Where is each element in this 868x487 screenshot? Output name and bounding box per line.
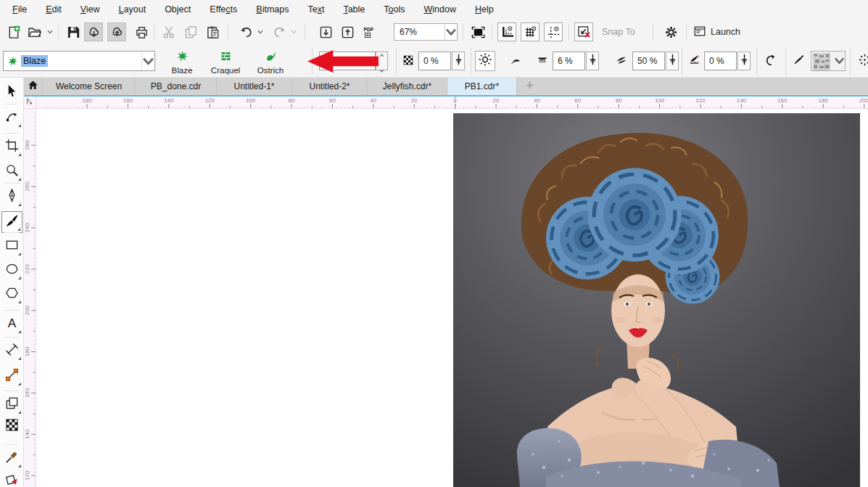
- texture-picker-dropdown[interactable]: [811, 51, 846, 71]
- zoom-level-combo[interactable]: 67%: [394, 23, 458, 41]
- transparency-slider[interactable]: [452, 52, 465, 70]
- bleed-field[interactable]: 0 %: [704, 52, 737, 70]
- text-tool-button[interactable]: A: [1, 313, 22, 335]
- preset-craquel-button[interactable]: Craquel: [204, 48, 247, 77]
- menu-object[interactable]: Object: [155, 1, 200, 17]
- toolbox-separator: [4, 183, 20, 184]
- menu-effects[interactable]: Effects: [200, 1, 247, 17]
- menu-window[interactable]: Window: [414, 1, 465, 17]
- contour-tool-button[interactable]: [1, 393, 22, 415]
- publish-pdf-button[interactable]: PDF: [360, 22, 379, 41]
- menu-label-post: iew: [86, 4, 100, 15]
- new-document-button[interactable]: [4, 22, 23, 41]
- paintbrush-tool-button[interactable]: [1, 211, 22, 233]
- bleed-slider[interactable]: [737, 52, 751, 70]
- polygon-tool-button[interactable]: [1, 283, 22, 305]
- dropdown-caret[interactable]: [289, 22, 299, 41]
- import-icon: [319, 25, 333, 39]
- export-button[interactable]: [338, 22, 357, 41]
- brush-stroke-list-combo[interactable]: Blaze: [3, 51, 155, 71]
- redo-button[interactable]: [270, 22, 289, 41]
- pen-tool-button[interactable]: [1, 186, 22, 208]
- zoom-level-value: 67%: [394, 27, 445, 37]
- ellipse-tool-button[interactable]: [1, 259, 22, 281]
- transparency-field[interactable]: 0 %: [418, 52, 451, 70]
- interactive-fill-tool-button[interactable]: [1, 470, 22, 487]
- show-grid-button[interactable]: [521, 22, 540, 41]
- tab-home[interactable]: [24, 78, 43, 95]
- menu-edit[interactable]: Edit: [36, 1, 71, 17]
- cut-icon: [162, 25, 176, 39]
- transparency-tool-icon: [5, 418, 19, 435]
- undo-icon: [239, 25, 253, 39]
- eyedropper-tool-button[interactable]: [1, 447, 22, 469]
- tab-jellyfish-cdr-[interactable]: Jellyfish.cdr*: [368, 78, 447, 95]
- show-guidelines-button[interactable]: [544, 22, 563, 41]
- import-button[interactable]: [316, 22, 335, 41]
- connector-tool-button[interactable]: [1, 365, 22, 387]
- dimension-tool-button[interactable]: [1, 340, 22, 361]
- pen-tool-icon: [5, 189, 19, 205]
- rectangle-tool-icon: [5, 238, 19, 255]
- dropdown-caret[interactable]: [45, 22, 55, 41]
- shape-tool-button[interactable]: [1, 107, 22, 128]
- spray-button[interactable]: [856, 52, 868, 70]
- canvas-page[interactable]: [36, 109, 868, 487]
- launch-dropdown[interactable]: Launch: [693, 22, 745, 41]
- preset-ostrich-button[interactable]: Ostrich: [249, 48, 292, 77]
- tab-pb-done-cdr[interactable]: PB_done.cdr: [136, 78, 217, 95]
- spinner-up-icon[interactable]: [379, 47, 384, 60]
- tab-untitled-1-[interactable]: Untitled-1*: [217, 78, 292, 95]
- open-folder-button[interactable]: [25, 22, 44, 41]
- save-button[interactable]: [64, 22, 83, 41]
- tab-pb1-cdr-[interactable]: PB1.cdr*: [447, 78, 517, 95]
- texture-picker-caret[interactable]: [834, 57, 845, 65]
- paste-button[interactable]: [203, 22, 222, 41]
- sun-button[interactable]: [475, 51, 495, 71]
- bristle-slider[interactable]: [666, 52, 679, 70]
- zoom-tool-button[interactable]: [1, 160, 22, 182]
- snap-off-button[interactable]: [574, 22, 593, 41]
- menu-table[interactable]: Table: [334, 1, 374, 17]
- zoom-caret[interactable]: [445, 24, 457, 40]
- brush-list-caret[interactable]: [141, 52, 154, 70]
- fullscreen-preview-button[interactable]: [468, 22, 487, 41]
- crop-tool-button[interactable]: [1, 136, 22, 157]
- smooth-slider[interactable]: [586, 52, 599, 70]
- undo-curve-button[interactable]: [761, 52, 780, 70]
- menu-tools[interactable]: Tools: [374, 1, 414, 17]
- vertical-ruler[interactable]: 280260240220200180160140120: [24, 109, 36, 487]
- svg-text:60: 60: [574, 97, 581, 104]
- tab-untitled-2-[interactable]: Untitled-2*: [292, 78, 368, 95]
- photo-object[interactable]: [453, 113, 860, 487]
- tab-welcome-screen[interactable]: Welcome Screen: [43, 78, 136, 95]
- smooth-field[interactable]: 6 %: [553, 52, 585, 70]
- options-gear-button[interactable]: [661, 22, 680, 41]
- menu-bitmaps[interactable]: Bitmaps: [247, 1, 298, 17]
- bristle-field[interactable]: 50 %: [632, 52, 665, 70]
- undo-button[interactable]: [236, 22, 255, 41]
- dropdown-caret[interactable]: [255, 22, 265, 41]
- print-button[interactable]: [132, 22, 151, 41]
- menu-text[interactable]: Text: [298, 1, 334, 17]
- menu-view[interactable]: View: [71, 1, 109, 17]
- horizontal-ruler[interactable]: 1801601401201008060402002040608010012014…: [36, 97, 868, 109]
- cut-button[interactable]: [160, 22, 178, 41]
- spinner-down-icon[interactable]: [379, 62, 384, 75]
- show-rulers-button[interactable]: [497, 22, 516, 41]
- flyout-indicator: [18, 465, 21, 467]
- transparency-tool-button[interactable]: [1, 415, 22, 437]
- snap-to-dropdown[interactable]: Snap To: [602, 22, 640, 41]
- preset-blaze-button[interactable]: Blaze: [161, 48, 203, 77]
- pick-tool-button[interactable]: [1, 81, 22, 103]
- menu-help[interactable]: Help: [466, 1, 503, 17]
- menu-layout[interactable]: Layout: [109, 1, 156, 17]
- rectangle-tool-button[interactable]: [1, 235, 22, 257]
- new-tab-button[interactable]: [517, 78, 542, 95]
- cloud-download-button[interactable]: [84, 22, 103, 41]
- ruler-origin-button[interactable]: [24, 97, 36, 109]
- menu-file[interactable]: File: [3, 1, 36, 17]
- copy-button[interactable]: [181, 22, 200, 41]
- menu-label-post: dit: [52, 4, 62, 15]
- cloud-upload-button[interactable]: [107, 22, 126, 41]
